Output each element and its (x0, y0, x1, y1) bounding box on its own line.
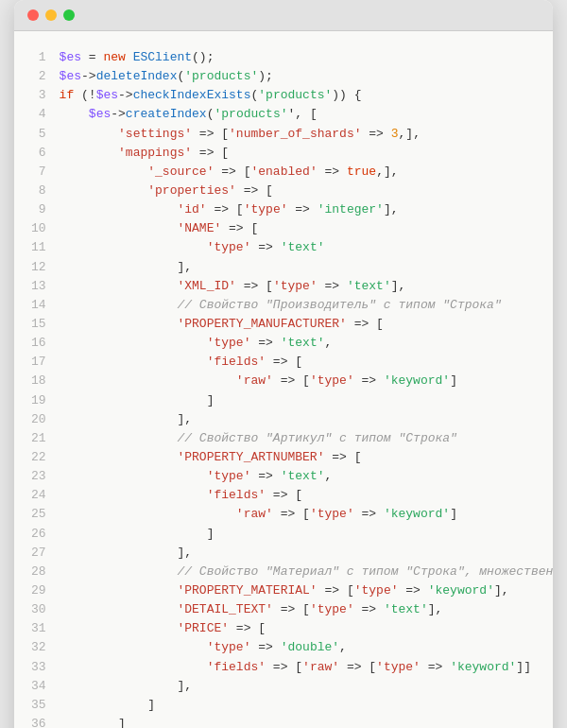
token-plain: -> (118, 88, 133, 102)
token-plain: => [ (324, 450, 361, 464)
token-plain: -> (111, 107, 126, 121)
table-row: 21 // Свойство "Артикул" с типом "Строка… (14, 429, 553, 448)
token-plain (60, 336, 207, 350)
token-plain (60, 298, 178, 312)
code-content: 'NAME' => [ (60, 219, 553, 238)
token-key: 'PRICE' (177, 621, 229, 635)
token-plain: ] (450, 373, 457, 388)
token-str: 'products' (258, 88, 332, 102)
token-plain (60, 450, 178, 464)
line-number: 21 (14, 429, 60, 448)
table-row: 34 ], (14, 677, 553, 696)
table-row: 25 'raw' => ['type' => 'keyword'] (14, 505, 553, 524)
table-row: 30 'DETAIL_TEXT' => ['type' => 'text'], (14, 600, 553, 619)
code-content: 'PROPERTY_MANUFACTURER' => [ (60, 315, 553, 334)
token-plain (60, 640, 207, 654)
token-plain: => [ (266, 488, 302, 502)
token-plain: ], (60, 679, 192, 693)
maximize-button[interactable] (63, 9, 75, 21)
code-content: 'raw' => ['type' => 'keyword'] (60, 505, 553, 524)
token-key: 'type' (207, 240, 251, 254)
token-key: 'raw' (302, 660, 339, 674)
token-key: 'number_of_shards' (229, 127, 361, 141)
token-plain: => [ (221, 221, 258, 235)
line-number: 14 (14, 296, 60, 315)
table-row: 28 // Свойство "Материал" с типом "Строк… (14, 563, 553, 581)
token-plain: ] (450, 507, 457, 521)
token-key: 'type' (244, 202, 288, 217)
token-plain: ], (60, 260, 192, 274)
token-key: 'mappings' (118, 146, 192, 160)
token-key: 'PROPERTY_MANUFACTURER' (177, 317, 346, 331)
code-content: 'PRICE' => [ (60, 619, 553, 638)
token-plain: => [ (192, 127, 229, 141)
token-key: 'fields' (207, 488, 266, 502)
token-key: 'XML_ID' (177, 279, 235, 293)
table-row: 2$es->deleteIndex('products'); (14, 67, 553, 86)
token-plain: => [ (347, 317, 384, 331)
token-bool: true (347, 165, 376, 179)
token-plain: ,], (399, 127, 421, 141)
token-plain (60, 583, 178, 598)
token-plain: => (250, 336, 280, 350)
line-number: 19 (14, 391, 60, 410)
close-button[interactable] (27, 9, 39, 21)
token-plain: ], (384, 202, 399, 217)
code-content: $es = new ESClient(); (60, 48, 553, 67)
token-key: 'settings' (118, 127, 192, 141)
code-content: 'type' => 'double', (60, 638, 553, 657)
token-plain: ], (494, 583, 509, 598)
token-plain: ] (60, 698, 155, 712)
token-key: 'fields' (207, 660, 266, 674)
code-content: // Свойство "Производитель" с типом "Стр… (60, 296, 553, 315)
line-number: 28 (14, 563, 60, 581)
token-plain (60, 602, 178, 616)
token-plain: => [ (266, 355, 302, 369)
token-key: 'properties' (147, 183, 236, 198)
table-row: 36 ] (14, 715, 553, 728)
token-comment: // Свойство "Производитель" с типом "Стр… (177, 298, 501, 312)
line-number: 33 (14, 658, 60, 677)
token-key: 'type' (273, 279, 318, 293)
token-plain: -> (81, 69, 96, 83)
token-plain (60, 507, 236, 521)
token-plain: => [ (273, 507, 310, 521)
line-number: 34 (14, 677, 60, 696)
table-row: 17 'fields' => [ (14, 353, 553, 372)
code-content: ], (60, 677, 553, 696)
token-plain: => [ (229, 621, 266, 635)
line-number: 16 (14, 334, 60, 353)
minimize-button[interactable] (45, 9, 57, 21)
code-content: // Свойство "Артикул" с типом "Строка" (60, 429, 553, 448)
token-plain (60, 183, 148, 198)
token-plain (126, 50, 133, 64)
token-fn: ESClient (133, 50, 192, 64)
table-row: 29 'PROPERTY_MATERIAL' => ['type' => 'ke… (14, 581, 553, 600)
table-row: 1$es = new ESClient(); (14, 48, 553, 67)
token-plain: ], (391, 279, 406, 293)
token-key: '_source' (147, 165, 214, 179)
token-plain: ]] (516, 660, 531, 674)
token-key: 'raw' (236, 373, 273, 388)
table-row: 6 'mappings' => [ (14, 144, 553, 163)
token-plain (60, 621, 178, 635)
token-plain: => (318, 165, 347, 179)
code-content: // Свойство "Материал" с типом "Строка",… (60, 563, 553, 581)
token-plain: => (287, 202, 317, 217)
token-plain: => [ (273, 373, 310, 388)
code-content: 'id' => ['type' => 'integer'], (60, 200, 553, 219)
table-row: 12 ], (14, 258, 553, 277)
token-plain (60, 660, 207, 674)
token-var: $es (89, 107, 111, 121)
table-row: 4 $es->createIndex('products'', [ (14, 105, 553, 124)
code-content: 'fields' => [ (60, 486, 553, 505)
table-row: 22 'PROPERTY_ARTNUMBER' => [ (14, 448, 553, 467)
token-str: 'integer' (318, 202, 384, 217)
token-plain (60, 279, 178, 293)
table-row: 5 'settings' => ['number_of_shards' => 3… (14, 125, 553, 144)
token-key: 'type' (376, 660, 421, 674)
token-fn: deleteIndex (96, 69, 178, 83)
code-window: 1$es = new ESClient();2$es->deleteIndex(… (14, 0, 553, 728)
token-plain: => (421, 660, 450, 674)
code-content: 'settings' => ['number_of_shards' => 3,]… (60, 125, 553, 144)
